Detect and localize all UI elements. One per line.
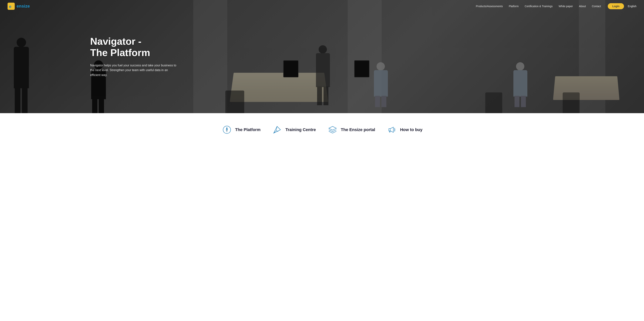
logo-text: ensize [16, 4, 30, 9]
compass-icon [222, 125, 232, 134]
hero-content: Navigator - The Platform Navigator helps… [90, 36, 177, 77]
nav-link-about[interactable]: About [579, 5, 586, 8]
hero-section: Navigator - The Platform Navigator helps… [0, 0, 644, 113]
svg-line-13 [389, 131, 390, 132]
hero-description: Navigator helps you fuel your success an… [90, 63, 177, 77]
nav-item-contact[interactable]: Contact [592, 4, 601, 8]
training-icon-wrap [272, 124, 282, 135]
layers-icon [328, 125, 337, 134]
hero-title: Navigator - The Platform [90, 36, 177, 58]
megaphone-icon [387, 125, 396, 134]
how-to-buy-label: How to buy [400, 127, 422, 132]
nav-item-about[interactable]: About [579, 4, 586, 8]
svg-marker-11 [329, 126, 336, 130]
language-selector[interactable]: English [628, 5, 636, 8]
navbar: e ensize Products/Assessments Platform C… [0, 0, 644, 12]
platform-label: The Platform [235, 127, 260, 132]
nav-link-platform[interactable]: Platform [509, 5, 519, 8]
feature-portal[interactable]: The Ensize portal [327, 124, 375, 135]
nav-link-whitepaper[interactable]: White paper [559, 5, 573, 8]
training-label: Training Centre [286, 127, 316, 132]
feature-training[interactable]: Training Centre [272, 124, 316, 135]
svg-text:e: e [9, 4, 11, 9]
svg-line-14 [390, 131, 390, 132]
logo[interactable]: e ensize [8, 3, 30, 10]
nav-item-platform[interactable]: Platform [509, 4, 519, 8]
logo-icon: e [8, 3, 15, 10]
features-section: The Platform Training Centre [0, 113, 644, 146]
nav-links: Products/Assessments Platform Certificat… [476, 4, 601, 8]
nav-item-whitepaper[interactable]: White paper [559, 4, 573, 8]
how-to-buy-icon-wrap [386, 124, 397, 135]
nav-link-products[interactable]: Products/Assessments [476, 5, 503, 8]
nav-link-cert[interactable]: Certification & Trainings [525, 5, 553, 8]
login-button[interactable]: Login [608, 3, 624, 9]
feature-how-to-buy[interactable]: How to buy [386, 124, 422, 135]
nav-item-cert[interactable]: Certification & Trainings [525, 4, 553, 8]
portal-icon-wrap [327, 124, 338, 135]
nav-link-contact[interactable]: Contact [592, 5, 601, 8]
portal-label: The Ensize portal [341, 127, 375, 132]
platform-icon-wrap [222, 124, 232, 135]
nav-item-products[interactable]: Products/Assessments [476, 4, 503, 8]
nav-right: Login English [608, 3, 636, 9]
paper-plane-icon [272, 125, 282, 134]
features-row: The Platform Training Centre [222, 124, 422, 135]
feature-platform[interactable]: The Platform [222, 124, 260, 135]
